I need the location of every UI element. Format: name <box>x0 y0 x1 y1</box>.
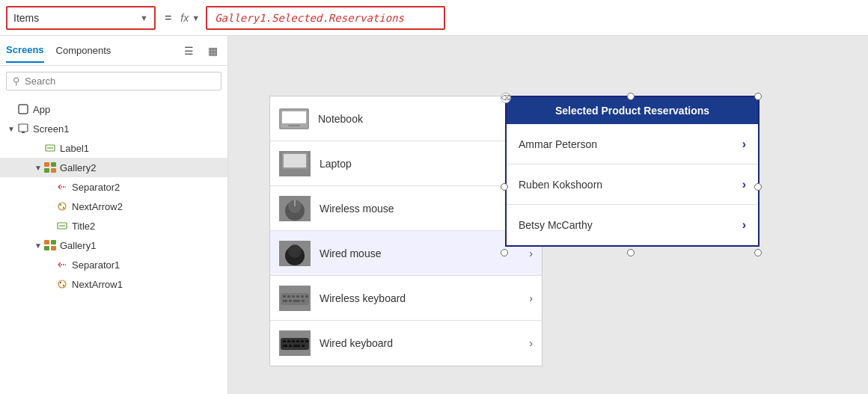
svg-rect-39 <box>301 295 304 298</box>
tree-expand-gallery1: ▼ <box>33 241 43 250</box>
tree-label-app: App <box>33 104 50 115</box>
name-dropdown[interactable]: Items ▼ <box>6 6 156 30</box>
selection-handle-bottom-center[interactable] <box>627 249 635 256</box>
tree-item-title2[interactable]: Title2 <box>0 216 227 236</box>
tree-item-screen1[interactable]: ▼ Screen1 <box>0 119 227 138</box>
svg-rect-47 <box>287 340 290 342</box>
mouse-chevron-icon: › <box>529 247 533 259</box>
list-view-icon[interactable]: ☰ <box>180 42 198 60</box>
laptop-icon <box>279 151 311 176</box>
mouse-icon <box>279 241 311 266</box>
svg-point-21 <box>60 282 61 283</box>
tab-screens[interactable]: Screens <box>6 38 44 63</box>
product-name-laptop: Laptop <box>320 158 529 170</box>
gallery-item-wireless-mouse[interactable]: Wireless mouse › <box>270 186 542 231</box>
svg-rect-25 <box>288 125 300 126</box>
selection-handle-top-center[interactable] <box>627 93 635 100</box>
svg-rect-16 <box>51 240 56 244</box>
product-name-notebook: Notebook <box>318 113 529 125</box>
gallery2-title: Selected Product Reservations <box>555 105 709 117</box>
tree-item-separator1[interactable]: Separator1 <box>0 255 227 274</box>
tab-icons: ☰ ▦ <box>180 42 221 60</box>
svg-point-12 <box>63 207 64 209</box>
equals-sign: = <box>162 11 174 25</box>
selection-handle-bottom-right[interactable] <box>754 249 762 256</box>
wmouse-icon <box>279 196 311 221</box>
grid-view-icon[interactable]: ▦ <box>204 42 221 60</box>
svg-rect-49 <box>296 340 299 342</box>
formula-bar[interactable]: Gallery1.Selected.Reservations <box>206 6 445 30</box>
tree-item-nextarrow1[interactable]: NextArrow1 <box>0 274 227 294</box>
svg-rect-18 <box>51 246 56 250</box>
svg-rect-28 <box>279 170 311 173</box>
search-input[interactable] <box>25 76 215 87</box>
svg-point-22 <box>63 285 64 286</box>
svg-rect-36 <box>287 295 290 298</box>
tree-label-gallery1: Gallery1 <box>60 240 96 251</box>
svg-rect-55 <box>302 345 305 347</box>
search-box: ⚲ <box>6 72 221 90</box>
svg-rect-8 <box>51 168 56 173</box>
selection-handle-edit[interactable]: ⌫ <box>501 93 511 103</box>
tree-label-nextarrow2: NextArrow2 <box>72 201 123 212</box>
reservation-item-ruben[interactable]: Ruben Kokshoorn › <box>507 164 758 205</box>
nextarrow1-icon <box>55 277 69 291</box>
ammar-chevron-icon: › <box>742 138 746 151</box>
selection-handle-mid-right[interactable] <box>754 183 762 191</box>
app-icon <box>16 102 30 116</box>
ruben-chevron-icon: › <box>742 178 746 191</box>
svg-rect-52 <box>283 345 287 347</box>
tree-expand-screen1: ▼ <box>6 125 16 133</box>
gallery-item-notebook[interactable]: Notebook › <box>270 96 542 141</box>
svg-rect-43 <box>293 300 300 302</box>
label-icon <box>43 141 57 155</box>
product-name-mouse: Wired mouse <box>320 247 529 259</box>
svg-point-11 <box>60 204 61 206</box>
wkeyboard-icon <box>279 286 311 311</box>
reservation-item-ammar[interactable]: Ammar Peterson › <box>507 124 758 164</box>
tree-item-gallery1[interactable]: ▼ Gallery1 <box>0 236 227 255</box>
reservation-name-ruben: Ruben Kokshoorn <box>519 179 742 191</box>
reservation-name-betsy: Betsy McCarthy <box>519 219 742 231</box>
separator2-icon <box>55 180 69 194</box>
gallery2-header: Selected Product Reservations <box>507 97 758 124</box>
svg-rect-53 <box>289 345 292 347</box>
svg-rect-7 <box>44 168 49 173</box>
svg-rect-17 <box>44 246 49 250</box>
gallery1-icon <box>43 238 57 252</box>
gallery1: Notebook › Laptop › <box>269 96 542 366</box>
tree-item-separator2[interactable]: Separator2 <box>0 177 227 197</box>
fx-button[interactable]: fx ▼ <box>180 12 200 24</box>
gallery2: Selected Product Reservations Ammar Pete… <box>505 96 760 247</box>
tree-label-separator2: Separator2 <box>72 182 120 193</box>
gallery2-icon <box>43 161 57 174</box>
svg-rect-38 <box>296 295 299 298</box>
tree-item-app[interactable]: App <box>0 99 227 119</box>
keyboard-icon <box>279 330 311 356</box>
tree-label-screen1: Screen1 <box>33 123 69 135</box>
tree-item-gallery2[interactable]: ▼ Gallery2 <box>0 158 227 177</box>
selection-handle-bottom-left[interactable] <box>501 249 508 256</box>
gallery-item-wireless-keyboard[interactable]: Wireless keyboard › <box>270 276 542 321</box>
gallery-item-laptop[interactable]: Laptop › <box>270 141 542 186</box>
canvas-area: Notebook › Laptop › <box>228 36 868 394</box>
tree-item-label1[interactable]: Label1 <box>0 138 227 158</box>
toolbar: Items ▼ = fx ▼ Gallery1.Selected.Reserva… <box>0 0 868 36</box>
svg-rect-27 <box>284 154 306 167</box>
left-panel: Screens Components ☰ ▦ ⚲ App ▼ <box>0 36 228 394</box>
svg-rect-42 <box>289 300 292 302</box>
separator1-icon <box>55 258 69 271</box>
svg-rect-34 <box>281 293 309 305</box>
tab-components[interactable]: Components <box>56 39 111 62</box>
svg-rect-5 <box>44 162 49 167</box>
tree-item-nextarrow2[interactable]: NextArrow2 <box>0 197 227 216</box>
svg-rect-44 <box>302 300 305 302</box>
product-name-keyboard: Wired keyboard <box>320 337 529 349</box>
svg-rect-48 <box>292 340 295 342</box>
selection-handle-top-right[interactable] <box>754 93 762 100</box>
betsy-chevron-icon: › <box>742 218 746 232</box>
selection-handle-mid-left[interactable] <box>501 183 508 191</box>
reservation-item-betsy[interactable]: Betsy McCarthy › <box>507 205 758 245</box>
svg-rect-0 <box>19 105 28 114</box>
gallery-item-wired-keyboard[interactable]: Wired keyboard › <box>270 321 542 366</box>
